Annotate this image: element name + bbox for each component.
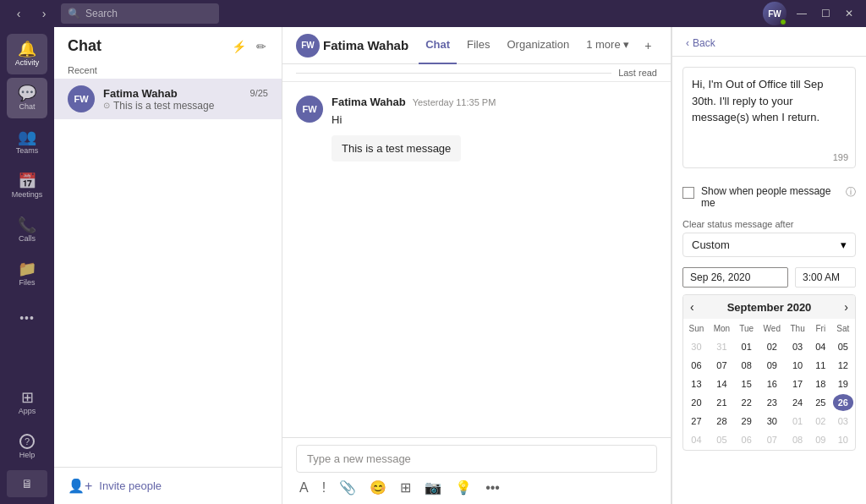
more-options-button[interactable]: ••• xyxy=(482,479,503,497)
cal-day[interactable]: 26 xyxy=(833,394,853,411)
cal-day[interactable]: 08 xyxy=(736,357,757,374)
cal-day[interactable]: 19 xyxy=(833,375,853,392)
cal-day[interactable]: 05 xyxy=(710,431,734,448)
cal-prev-button[interactable]: ‹ xyxy=(690,300,694,314)
status-message-box[interactable]: Hi, I'm Out of Office till Sep 30th. I'l… xyxy=(682,67,856,168)
cal-day[interactable]: 05 xyxy=(833,338,853,355)
cal-day[interactable]: 04 xyxy=(685,431,708,448)
sidebar-device-button[interactable]: 🖥 xyxy=(7,470,47,497)
cal-day[interactable]: 16 xyxy=(759,375,785,392)
message-group-0: FW Fatima Wahab Yesterday 11:35 PM Hi Th… xyxy=(296,96,657,162)
cal-day[interactable]: 15 xyxy=(736,375,757,392)
cal-day[interactable]: 20 xyxy=(685,394,708,411)
invite-people-button[interactable]: 👤+ Invite people xyxy=(54,467,282,504)
new-chat-button[interactable]: ✏ xyxy=(255,38,268,55)
tab-more[interactable]: 1 more ▾ xyxy=(579,27,636,64)
sidebar-item-calls[interactable]: 📞 Calls xyxy=(7,210,47,250)
chat-preview: ⊙ This is a test message xyxy=(103,100,268,112)
sidebar-item-chat[interactable]: 💬 Chat xyxy=(7,78,47,118)
cal-day[interactable]: 12 xyxy=(833,357,853,374)
tab-add-button[interactable]: + xyxy=(643,37,653,54)
message-input-box[interactable]: Type a new message xyxy=(296,445,657,473)
cal-day[interactable]: 31 xyxy=(710,338,734,355)
cal-day[interactable]: 10 xyxy=(787,357,808,374)
cal-day[interactable]: 28 xyxy=(710,413,734,430)
praise-button[interactable]: 💡 xyxy=(452,478,475,497)
tab-organization[interactable]: Organization xyxy=(500,27,576,64)
date-input[interactable]: Sep 26, 2020 xyxy=(682,267,788,288)
sidebar-item-meetings[interactable]: 📅 Meetings xyxy=(7,166,47,206)
format-button[interactable]: A xyxy=(296,479,312,497)
emoji-button[interactable]: 😊 xyxy=(366,478,390,497)
time-input[interactable]: 3:00 AM xyxy=(795,267,856,288)
sidebar-item-more[interactable]: ••• xyxy=(7,298,47,338)
minimize-button[interactable]: — xyxy=(793,5,810,22)
search-bar[interactable]: 🔍 xyxy=(61,3,219,24)
avatar[interactable]: FW xyxy=(763,2,787,25)
cal-day[interactable]: 07 xyxy=(710,357,734,374)
cal-day[interactable]: 23 xyxy=(759,394,785,411)
cal-day[interactable]: 10 xyxy=(833,431,853,448)
cal-day[interactable]: 29 xyxy=(736,413,757,430)
clear-after-dropdown[interactable]: Custom ▾ xyxy=(682,233,856,257)
cal-day[interactable]: 07 xyxy=(759,431,785,448)
sidebar-item-apps[interactable]: ⊞ Apps xyxy=(7,382,47,423)
tab-files[interactable]: Files xyxy=(460,27,496,64)
activity-icon: 🔔 xyxy=(18,41,36,57)
giphy-button[interactable]: ⊞ xyxy=(397,478,414,497)
tab-chat[interactable]: Chat xyxy=(419,27,457,64)
cal-day[interactable]: 08 xyxy=(787,431,808,448)
chat-info-fatima: Fatima Wahab 9/25 ⊙ This is a test messa… xyxy=(103,87,268,112)
cal-header-fri: Fri xyxy=(810,320,830,337)
back-button[interactable]: ‹ Back xyxy=(686,37,715,49)
cal-day[interactable]: 14 xyxy=(710,375,734,392)
cal-day[interactable]: 13 xyxy=(685,375,708,392)
search-input[interactable] xyxy=(85,8,212,19)
cal-day[interactable]: 17 xyxy=(787,375,808,392)
chat-avatar-initials: FW xyxy=(74,94,88,104)
cal-day[interactable]: 01 xyxy=(787,413,808,430)
cal-day[interactable]: 03 xyxy=(833,413,853,430)
back-label: Back xyxy=(693,37,715,49)
cal-day[interactable]: 06 xyxy=(685,357,708,374)
cal-day[interactable]: 01 xyxy=(736,338,757,355)
avatar-status xyxy=(780,19,787,25)
cal-day[interactable]: 30 xyxy=(685,338,708,355)
maximize-button[interactable]: ☐ xyxy=(817,5,834,22)
show-when-checkbox[interactable] xyxy=(682,187,694,199)
chat-name-row: Fatima Wahab 9/25 xyxy=(103,87,268,100)
sticker-button[interactable]: 📷 xyxy=(421,478,445,497)
sidebar-item-files[interactable]: 📁 Files xyxy=(7,254,47,294)
cal-day[interactable]: 21 xyxy=(710,394,734,411)
chat-item-fatima[interactable]: FW Fatima Wahab 9/25 ⊙ This is a test me… xyxy=(54,79,282,119)
priority-button[interactable]: ! xyxy=(319,479,329,497)
cal-day[interactable]: 09 xyxy=(759,357,785,374)
cal-day[interactable]: 04 xyxy=(810,338,830,355)
nav-forward-button[interactable]: › xyxy=(34,3,54,24)
cal-day[interactable]: 18 xyxy=(810,375,830,392)
cal-day[interactable]: 24 xyxy=(787,394,808,411)
cal-next-button[interactable]: › xyxy=(844,300,848,314)
cal-day[interactable]: 06 xyxy=(736,431,757,448)
sidebar-item-activity[interactable]: 🔔 Activity xyxy=(7,34,47,74)
cal-day[interactable]: 09 xyxy=(810,431,830,448)
sidebar-item-help[interactable]: ? Help xyxy=(7,426,47,467)
info-icon[interactable]: ⓘ xyxy=(846,185,856,200)
cal-day[interactable]: 03 xyxy=(787,338,808,355)
nav-back-button[interactable]: ‹ xyxy=(8,3,29,24)
close-button[interactable]: ✕ xyxy=(841,5,858,22)
cal-header-sun: Sun xyxy=(685,320,708,337)
cal-day[interactable]: 27 xyxy=(685,413,708,430)
cal-day[interactable]: 30 xyxy=(759,413,785,430)
cal-day[interactable]: 22 xyxy=(736,394,757,411)
cal-header-mon: Mon xyxy=(710,320,734,337)
cal-day[interactable]: 02 xyxy=(810,413,830,430)
chat-date: 9/25 xyxy=(250,88,268,98)
cal-day[interactable]: 02 xyxy=(759,338,785,355)
cal-day[interactable]: 25 xyxy=(810,394,830,411)
cal-day[interactable]: 11 xyxy=(810,357,830,374)
attach-button[interactable]: 📎 xyxy=(336,478,359,497)
filter-button[interactable]: ⚡ xyxy=(230,38,248,55)
chevron-down-icon: ▾ xyxy=(841,238,847,251)
sidebar-item-teams[interactable]: 👥 Teams xyxy=(7,122,47,162)
